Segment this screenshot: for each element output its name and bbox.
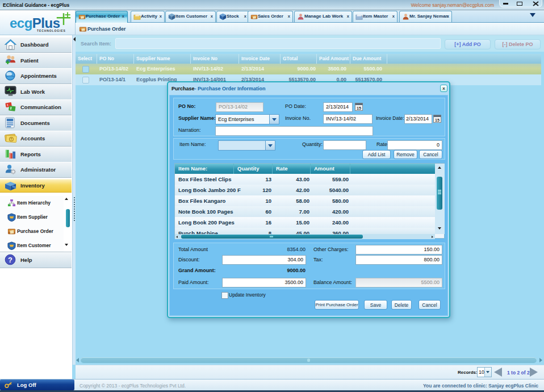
svg-text:?: ? (8, 256, 12, 264)
svg-text:15: 15 (357, 106, 361, 110)
svg-text:15: 15 (435, 118, 440, 122)
